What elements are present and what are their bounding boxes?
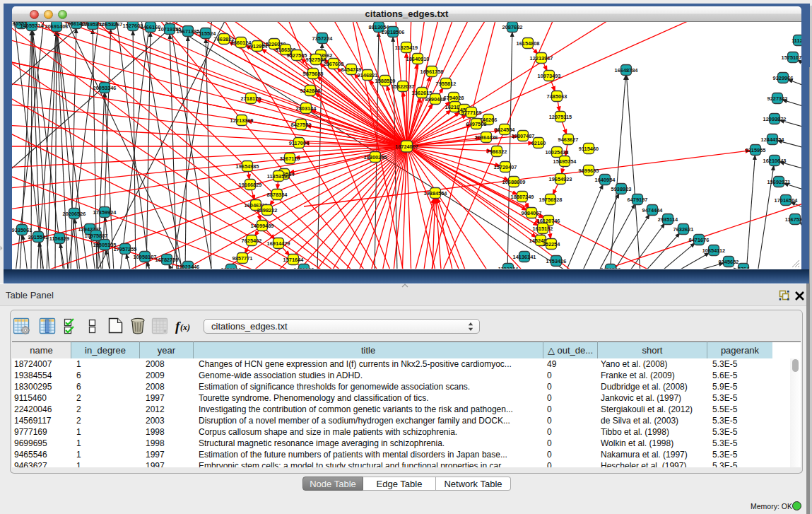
svg-text:19654985: 19654985	[236, 163, 259, 170]
svg-text:7625402: 7625402	[242, 238, 262, 244]
svg-text:15322037: 15322037	[392, 83, 415, 90]
svg-text:8990448: 8990448	[425, 96, 446, 103]
svg-text:10975887: 10975887	[85, 233, 108, 239]
svg-text:6497568: 6497568	[466, 121, 487, 127]
svg-text:1851209: 1851209	[294, 267, 314, 269]
svg-text:2087682: 2087682	[502, 24, 523, 30]
svg-text:(x): (x)	[180, 322, 190, 332]
svg-text:15720407: 15720407	[494, 164, 517, 170]
svg-text:18640910: 18640910	[406, 56, 430, 62]
svg-text:10025438: 10025438	[546, 149, 569, 156]
svg-text:2718170: 2718170	[241, 95, 261, 102]
svg-text:9245652: 9245652	[719, 259, 739, 265]
svg-text:20206526: 20206526	[63, 211, 86, 217]
svg-text:10654112: 10654112	[702, 247, 725, 254]
svg-text:1156829: 1156829	[49, 235, 69, 242]
svg-text:19218506: 19218506	[382, 29, 405, 35]
svg-text:7485063: 7485063	[547, 93, 567, 100]
svg-text:9699695: 9699695	[579, 168, 599, 174]
svg-text:10807487: 10807487	[512, 133, 535, 139]
svg-text:16210643: 16210643	[763, 158, 787, 164]
svg-text:9527505: 9527505	[287, 52, 307, 59]
svg-text:17016504: 17016504	[775, 197, 799, 204]
svg-text:11123: 11123	[792, 37, 801, 44]
svg-text:9146821: 9146821	[358, 72, 378, 78]
svg-text:20364436: 20364436	[475, 134, 498, 141]
svg-text:12975115: 12975115	[549, 114, 572, 120]
svg-text:12505135: 12505135	[93, 242, 117, 248]
svg-text:9527508: 9527508	[306, 57, 326, 63]
svg-text:5875685: 5875685	[303, 71, 324, 77]
svg-text:15495754: 15495754	[553, 158, 577, 165]
svg-text:8878334: 8878334	[267, 192, 288, 198]
svg-text:1192344: 1192344	[498, 266, 519, 269]
svg-text:5938923: 5938923	[611, 186, 632, 192]
svg-text:19166829: 19166829	[239, 182, 262, 188]
svg-text:17957255: 17957255	[114, 246, 137, 252]
svg-text:1571644: 1571644	[283, 257, 305, 263]
svg-text:12444154: 12444154	[761, 136, 785, 143]
svg-text:10653267: 10653267	[100, 22, 123, 28]
svg-text:9115460: 9115460	[579, 146, 599, 152]
svg-text:6794028: 6794028	[444, 95, 464, 101]
svg-text:9335061: 9335061	[12, 227, 32, 233]
svg-text:3624554: 3624554	[495, 127, 516, 133]
svg-text:7632621: 7632621	[673, 226, 694, 233]
svg-text:11353594: 11353594	[267, 173, 290, 180]
svg-text:3498222: 3498222	[257, 207, 278, 214]
svg-text:6479197: 6479197	[628, 197, 648, 203]
svg-text:18724007: 18724007	[395, 144, 418, 150]
svg-text:14099489: 14099489	[251, 223, 274, 229]
svg-text:9084067: 9084067	[522, 210, 542, 216]
svg-text:10688609: 10688609	[502, 179, 526, 185]
svg-text:18300295: 18300295	[364, 154, 387, 160]
svg-text:3915541: 3915541	[28, 234, 49, 240]
svg-text:16782759: 16782759	[155, 257, 179, 263]
svg-text:14136141: 14136141	[513, 254, 536, 260]
svg-text:10958107: 10958107	[134, 254, 157, 260]
svg-text:1167531: 1167531	[785, 216, 801, 223]
svg-text:16154808: 16154808	[517, 40, 540, 47]
svg-text:20053346: 20053346	[93, 85, 117, 91]
svg-text:7955812: 7955812	[436, 81, 457, 87]
svg-text:17359924: 17359924	[93, 209, 117, 216]
svg-text:8427552: 8427552	[291, 122, 312, 128]
svg-text:15751074: 15751074	[782, 54, 801, 61]
svg-text:9242848: 9242848	[300, 88, 321, 94]
svg-text:16914479: 16914479	[267, 240, 290, 247]
svg-text:12213967: 12213967	[530, 55, 553, 62]
svg-text:8454749: 8454749	[341, 66, 362, 73]
svg-text:10973493: 10973493	[538, 73, 561, 79]
svg-text:9463627: 9463627	[558, 136, 579, 143]
svg-text:1753426: 1753426	[546, 258, 567, 264]
svg-text:2803144: 2803144	[296, 105, 317, 112]
svg-text:1615192: 1615192	[533, 226, 553, 232]
svg-text:7357224: 7357224	[312, 35, 334, 42]
svg-text:9474444: 9474444	[642, 207, 664, 214]
svg-text:16648784: 16648784	[615, 67, 639, 74]
svg-text:8471676: 8471676	[689, 237, 710, 243]
svg-text:9329966: 9329966	[773, 75, 794, 81]
svg-text:3267110: 3267110	[280, 156, 300, 162]
svg-text:14055714: 14055714	[20, 23, 45, 29]
svg-text:9777169: 9777169	[461, 110, 482, 116]
svg-text:8764: 8764	[738, 266, 750, 269]
svg-text:11923446: 11923446	[177, 264, 199, 269]
svg-text:12093872: 12093872	[763, 116, 787, 122]
svg-text:9350512: 9350512	[221, 267, 242, 269]
svg-text:18807249: 18807249	[511, 194, 534, 200]
svg-text:9117004: 9117004	[289, 140, 310, 146]
svg-text:7986322: 7986322	[487, 148, 507, 155]
svg-text:19756928: 19756928	[539, 197, 563, 203]
svg-text:8215955: 8215955	[746, 147, 766, 153]
svg-text:9857771: 9857771	[233, 255, 253, 262]
svg-text:9450502: 9450502	[601, 267, 621, 269]
svg-text:11325419: 11325419	[395, 45, 418, 51]
svg-text:2935114: 2935114	[658, 216, 678, 223]
svg-text:15692971: 15692971	[767, 179, 791, 185]
svg-text:19654923: 19654923	[549, 176, 572, 182]
svg-text:1640954: 1640954	[595, 177, 616, 183]
svg-text:16961758: 16961758	[420, 69, 444, 75]
svg-text:2867608: 2867608	[324, 61, 344, 67]
svg-text:252254: 252254	[543, 241, 561, 247]
